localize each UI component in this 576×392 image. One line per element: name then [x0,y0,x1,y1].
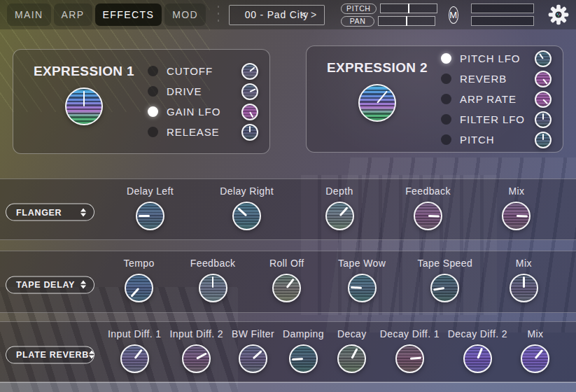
effect-knob[interactable] [239,344,267,373]
knob-pointer [234,340,271,377]
plate-reverb-knob-rail: Input Diff. 1Input Diff. 2BW FilterDampi… [104,328,559,377]
pan-slider-handle[interactable] [406,16,407,26]
target-select-dot[interactable] [441,114,451,125]
pitch-slider-handle[interactable] [408,4,409,13]
tape-delay-section: TAPE DELAY TempoFeedbackRoll OffTape Wow… [0,251,576,313]
knob-pointer [461,342,494,375]
target-amount-knob[interactable] [241,63,258,80]
target-amount-knob[interactable] [535,132,552,148]
target-amount-knob[interactable] [535,91,552,108]
expression2-macro-knob[interactable] [358,84,396,122]
target-label: GAIN LFO [167,106,233,118]
mono-button[interactable]: M [449,6,458,24]
target-select-dot[interactable] [148,66,158,76]
knob-label: Input Diff. 2 [169,328,223,340]
knob-pointer [348,274,375,302]
expression1-target-row: DRIVE [148,83,258,100]
effect-knob[interactable] [182,344,211,373]
knob-pointer [269,270,305,307]
plate-reverb-selector-value: PLATE REVERB [16,350,89,360]
effect-knob[interactable] [120,344,149,373]
knob-pointer [533,69,553,88]
pan-label: PAN [341,16,374,27]
knob-pointer [240,102,259,121]
knob-pointer [66,89,101,124]
plate-reverb-effect-selector[interactable]: PLATE REVERB [6,346,94,363]
plugin-window: MAINARPEFFECTSMOD 00 - Pad City < > PITC… [0,0,576,392]
target-select-dot[interactable] [148,127,158,137]
preset-prev-icon[interactable]: < [300,9,309,20]
plate-reverb-section: PLATE REVERB Input Diff. 1Input Diff. 2B… [0,321,576,382]
expression1-macro-knob[interactable] [65,88,103,125]
effect-knob[interactable] [414,202,442,230]
knob-label: Tempo [124,258,155,269]
effect-knob[interactable] [199,274,227,302]
knob-pointer [353,78,402,127]
effect-knob[interactable] [136,202,164,230]
target-amount-knob[interactable] [241,104,258,120]
effect-knob-group: Damping [283,328,324,373]
effect-knob-group: Decay [332,328,372,373]
pitch-pan-group: PITCH PAN [341,4,437,27]
effect-knob[interactable] [325,202,354,230]
target-amount-knob[interactable] [535,71,552,88]
tab-main[interactable]: MAIN [7,4,51,26]
target-select-dot[interactable] [148,86,158,97]
effect-knob[interactable] [510,274,538,302]
flanger-knob-rail: Delay LeftDelay RightDepthFeedbackMix [104,186,559,235]
effect-knob[interactable] [348,274,377,302]
expression2-target-row: FILTER LFO [441,111,552,128]
effect-knob[interactable] [289,344,318,373]
effect-knob[interactable] [232,202,261,230]
tape-delay-effect-selector[interactable]: TAPE DELAY [6,276,94,293]
preset-next-icon[interactable]: > [309,9,318,20]
target-label: PITCH [460,134,526,146]
knob-label: Feedback [190,258,236,269]
effect-knob[interactable] [395,344,424,373]
effect-knob-group: Input Diff. 1 [108,328,162,373]
preset-selector[interactable]: 00 - Pad City < > [229,5,325,25]
target-label: FILTER LFO [460,113,526,125]
flanger-section: FLANGER Delay LeftDelay RightDepthFeedba… [0,178,576,240]
expression2-knob-slot [358,84,396,122]
target-amount-knob[interactable] [535,111,552,128]
level-meter-left [471,4,534,13]
effect-knob-group: Tape Wow [338,258,386,302]
gear-icon [548,4,569,25]
target-select-dot[interactable] [441,134,451,145]
effect-knob[interactable] [463,344,492,373]
target-amount-knob[interactable] [241,124,258,141]
knob-pointer [137,203,163,229]
effect-knob[interactable] [502,202,531,230]
effect-knob[interactable] [430,274,459,302]
target-amount-knob[interactable] [241,83,258,100]
expression2-panel: EXPRESSION 2 PITCH LFOREVERBARP RATEFILT… [306,46,563,153]
effect-knob[interactable] [337,344,366,373]
effect-knob-group: Feedback [405,186,451,230]
tab-effects[interactable]: EFFECTS [95,4,162,26]
knob-pointer [395,344,423,372]
target-select-dot[interactable] [148,106,158,117]
expression1-panel: EXPRESSION 1 CUTOFFDRIVEGAIN LFORELEASE [13,49,270,154]
settings-button[interactable] [548,4,569,25]
effect-knob[interactable] [521,344,549,373]
target-select-dot[interactable] [441,94,451,104]
target-select-dot[interactable] [441,74,451,84]
target-amount-knob[interactable] [535,50,552,67]
expression2-target-row: REVERB [441,71,552,88]
effect-knob-group: Delay Left [127,186,174,230]
knob-pointer [243,125,257,139]
top-bar: MAINARPEFFECTSMOD 00 - Pad City < > PITC… [0,0,576,29]
knob-label: Delay Left [127,186,174,197]
expression1-target-list: CUTOFFDRIVEGAIN LFORELEASE [143,58,258,145]
knob-pointer [536,113,550,127]
knob-pointer [116,341,153,377]
flanger-effect-selector[interactable]: FLANGER [6,204,94,221]
target-select-dot[interactable] [441,53,451,64]
tab-arp[interactable]: ARP [54,4,92,26]
tab-mod[interactable]: MOD [164,4,206,26]
pitch-slider[interactable] [380,4,437,13]
effect-knob[interactable] [272,274,301,302]
effect-knob[interactable] [125,274,153,302]
pan-slider[interactable] [378,16,435,26]
